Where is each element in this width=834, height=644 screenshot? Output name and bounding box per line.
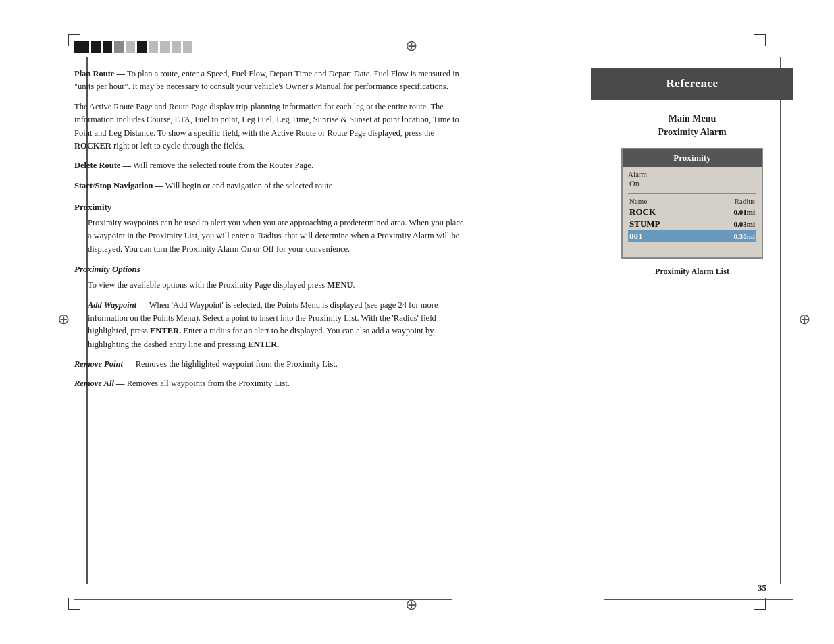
device-alarm-value: On [628,179,756,189]
delete-route-block: Delete Route — Will remove the selected … [74,159,466,172]
left-column: Plan Route — To plan a route, enter a Sp… [74,68,466,398]
add-waypoint-label: Add Waypoint — [88,300,147,310]
remove-point-label: Remove Point — [74,359,134,369]
device-screen-body: Alarm On Name Radius ROCK0.01miSTUMP0.03… [623,167,762,257]
page-number: 35 [758,583,766,593]
active-route-text2: right or left to cycle through the field… [111,141,244,151]
bar-segment [160,41,170,53]
bar-segment [149,41,158,53]
device-dashed-radius: ------ [701,242,757,252]
top-bar-left [74,41,263,53]
device-screen-header: Proximity [623,149,762,167]
reference-subtitle: Main Menu Proximity Alarm [591,112,793,138]
proximity-options-para-text: To view the available options with the P… [88,280,327,290]
plan-route-text: To plan a route, enter a Speed, Fuel Flo… [74,69,459,91]
col-radius-header: Radius [701,196,757,206]
right-column: Reference Main Menu Proximity Alarm Prox… [591,68,793,277]
bar-segment [137,41,147,53]
bar-segment [126,41,135,53]
device-row-name: 001 [628,230,701,242]
remove-all-text: Removes all waypoints from the Proximity… [127,379,290,388]
rocker-bold: ROCKER [74,141,111,151]
delete-route-label: Delete Route — [74,161,131,170]
device-row-name: STUMP [628,218,701,230]
enter-bold-2: ENTER [248,340,277,349]
start-stop-text: Will begin or end navigation of the sele… [165,181,332,190]
start-stop-label: Start/Stop Navigation — [74,181,163,190]
add-waypoint-block: Add Waypoint — When 'Add Waypoint' is se… [74,299,466,352]
device-screen: Proximity Alarm On Name Radius ROCK0.01m… [621,148,763,259]
plan-route-label: Plan Route — [74,69,125,78]
proximity-options-intro: To view the available options with the P… [74,279,466,292]
device-caption: Proximity Alarm List [591,267,793,277]
start-stop-block: Start/Stop Navigation — Will begin or en… [74,180,466,192]
subtitle-line2: Proximity Alarm [591,126,793,139]
top-h-line-right [604,57,793,57]
top-bar-right [604,41,793,53]
active-route-text: The Active Route Page and Route Page dis… [74,102,459,138]
proximity-heading: Proximity [74,202,466,213]
device-table-row: ROCK0.01mi [628,206,756,218]
bar-segment [183,41,192,53]
bar-segment [91,41,101,53]
subtitle-line1: Main Menu [591,112,793,126]
device-table-row: 0010.30mi [628,230,756,242]
device-table: Name Radius ROCK0.01miSTUMP0.03mi0010.30… [628,196,756,252]
device-dashed-name: -------- [628,242,701,252]
active-route-block: The Active Route Page and Route Page dis… [74,101,466,153]
reference-header: Reference [591,68,793,100]
device-dashed-row: -------------- [628,242,756,252]
bar-segment [74,41,89,53]
crosshair-top: ⊕ [405,37,417,55]
crosshair-left: ⊕ [57,311,70,328]
proximity-options-heading: Proximity Options [74,264,466,275]
device-table-row: STUMP0.03mi [628,218,756,230]
bottom-h-line-right [604,599,793,600]
plan-route-block: Plan Route — To plan a route, enter a Sp… [74,68,466,94]
device-row-radius: 0.30mi [701,230,757,242]
enter-bold-1: ENTER. [150,326,181,336]
remove-all-label: Remove All — [74,379,125,388]
crosshair-bottom: ⊕ [405,596,417,614]
bottom-h-line-left [74,599,452,600]
bar-segment [114,41,124,53]
remove-point-text: Removes the highlighted waypoint from th… [136,359,338,369]
device-row-name: ROCK [628,206,701,218]
remove-point-block: Remove Point — Removes the highlighted w… [74,358,466,371]
device-row-radius: 0.03mi [701,218,757,230]
delete-route-text: Will remove the selected route from the … [133,161,313,170]
page-wrapper: ⊕ ⊕ ⊕ ⊕ Plan Route — To plan a route, en… [0,0,834,644]
menu-bold: MENU [327,280,353,290]
proximity-para: Proximity waypoints can be used to alert… [74,217,466,256]
bar-segment [103,41,112,53]
top-h-line-left [74,57,452,57]
crosshair-right: ⊕ [798,311,810,328]
device-divider [628,193,756,194]
remove-all-block: Remove All — Removes all waypoints from … [74,377,466,390]
device-alarm-label: Alarm [628,170,756,178]
bar-segment [172,41,181,53]
col-name-header: Name [628,196,701,206]
device-row-radius: 0.01mi [701,206,757,218]
